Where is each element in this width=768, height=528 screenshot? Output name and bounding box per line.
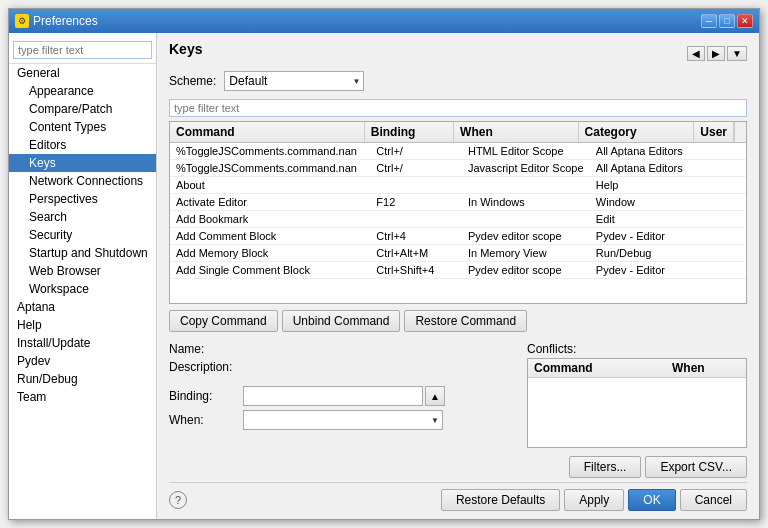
table-row[interactable]: %ToggleJSComments.command.nanCtrl+/Javas… [170,160,746,177]
table-cell: Ctrl+Alt+M [370,245,462,261]
filters-button[interactable]: Filters... [569,456,642,478]
table-cell [709,143,746,159]
copy-command-button[interactable]: Copy Command [169,310,278,332]
table-cell [709,245,746,261]
sidebar-item-pydev[interactable]: Pydev [9,352,156,370]
sidebar-item-security[interactable]: Security [9,226,156,244]
table-cell: In Memory View [462,245,590,261]
command-buttons: Copy Command Unbind Command Restore Comm… [169,310,747,332]
table-cell [462,177,590,193]
sidebar-filter-area [9,37,156,64]
table-row[interactable]: AboutHelp [170,177,746,194]
restore-command-button[interactable]: Restore Command [404,310,527,332]
table-cell [709,177,746,193]
table-cell: All Aptana Editors [590,160,709,176]
table-cell: About [170,177,370,193]
table-cell: Add Bookmark [170,211,370,227]
sidebar-item-editors[interactable]: Editors [9,136,156,154]
restore-defaults-button[interactable]: Restore Defaults [441,489,560,511]
table-cell [709,262,746,278]
table-row[interactable]: Activate EditorF12In WindowsWindow [170,194,746,211]
table-cell: Edit [590,211,709,227]
sidebar-item-team[interactable]: Team [9,388,156,406]
sidebar: GeneralAppearanceCompare/PatchContent Ty… [9,33,157,519]
bottom-section: Name: Description: Binding: ▲ [169,342,747,448]
table-cell [370,211,462,227]
unbind-command-button[interactable]: Unbind Command [282,310,401,332]
scheme-wrapper: Default [224,71,364,91]
sidebar-item-appearance[interactable]: Appearance [9,82,156,100]
table-cell: Pydev - Editor [590,262,709,278]
forward-button[interactable]: ▶ [707,46,725,61]
table-cell: Javascript Editor Scope [462,160,590,176]
conflicts-col-command: Command [528,359,666,377]
export-csv-button[interactable]: Export CSV... [645,456,747,478]
when-select[interactable] [243,410,443,430]
table-row[interactable]: Add Memory BlockCtrl+Alt+MIn Memory View… [170,245,746,262]
table-cell: Ctrl+4 [370,228,462,244]
table-row[interactable]: %ToggleJSComments.command.nanCtrl+/HTML … [170,143,746,160]
description-row: Description: [169,360,517,374]
cancel-button[interactable]: Cancel [680,489,747,511]
minimize-button[interactable]: ─ [701,14,717,28]
table-cell: F12 [370,194,462,210]
sidebar-item-aptana[interactable]: Aptana [9,298,156,316]
table-cell [370,177,462,193]
table-cell [709,228,746,244]
close-button[interactable]: ✕ [737,14,753,28]
details-section: Name: Description: Binding: ▲ [169,342,517,448]
scheme-select[interactable]: Default [224,71,364,91]
sidebar-item-perspectives[interactable]: Perspectives [9,190,156,208]
binding-row: Binding: ▲ [169,386,517,406]
footer-top-buttons: Filters... Export CSV... [169,456,747,478]
table-cell [709,160,746,176]
dropdown-button[interactable]: ▼ [727,46,747,61]
back-button[interactable]: ◀ [687,46,705,61]
scheme-label: Scheme: [169,74,216,88]
sidebar-item-run-debug[interactable]: Run/Debug [9,370,156,388]
table-cell: In Windows [462,194,590,210]
sidebar-filter-input[interactable] [13,41,152,59]
binding-input[interactable] [243,386,423,406]
keys-table: Command Binding When Category User %Togg… [169,121,747,304]
table-cell: Run/Debug [590,245,709,261]
scrollbar [734,122,746,142]
sidebar-item-keys[interactable]: Keys [9,154,156,172]
apply-button[interactable]: Apply [564,489,624,511]
sidebar-item-general[interactable]: General [9,64,156,82]
table-row[interactable]: Add BookmarkEdit [170,211,746,228]
footer-bottom: ? Restore Defaults Apply OK Cancel [169,482,747,511]
help-icon[interactable]: ? [169,491,187,509]
sidebar-item-network-connections[interactable]: Network Connections [9,172,156,190]
sidebar-item-workspace[interactable]: Workspace [9,280,156,298]
sidebar-item-startup-shutdown[interactable]: Startup and Shutdown [9,244,156,262]
conflicts-label: Conflicts: [527,342,747,356]
sidebar-item-help[interactable]: Help [9,316,156,334]
table-cell: Help [590,177,709,193]
table-filter-input[interactable] [169,99,747,117]
column-header-user: User [694,122,734,142]
sidebar-item-install-update[interactable]: Install/Update [9,334,156,352]
scheme-row: Scheme: Default [169,71,747,91]
sidebar-item-web-browser[interactable]: Web Browser [9,262,156,280]
binding-lookup-button[interactable]: ▲ [425,386,445,406]
title-bar: ⚙ Preferences ─ □ ✕ [9,9,759,33]
column-header-binding: Binding [365,122,454,142]
table-cell: Add Memory Block [170,245,370,261]
sidebar-item-content-types[interactable]: Content Types [9,118,156,136]
table-cell: Ctrl+Shift+4 [370,262,462,278]
table-row[interactable]: Add Single Comment BlockCtrl+Shift+4Pyde… [170,262,746,279]
table-row[interactable]: Add Comment BlockCtrl+4Pydev editor scop… [170,228,746,245]
description-label: Description: [169,360,239,374]
ok-button[interactable]: OK [628,489,675,511]
conflicts-col-when: When [666,359,746,377]
sidebar-item-compare-patch[interactable]: Compare/Patch [9,100,156,118]
table-cell: Add Single Comment Block [170,262,370,278]
table-cell: Activate Editor [170,194,370,210]
sidebar-item-search[interactable]: Search [9,208,156,226]
maximize-button[interactable]: □ [719,14,735,28]
page-title: Keys [169,41,202,57]
name-label: Name: [169,342,239,356]
table-cell: Pydev editor scope [462,262,590,278]
conflicts-header: Command When [528,359,746,378]
